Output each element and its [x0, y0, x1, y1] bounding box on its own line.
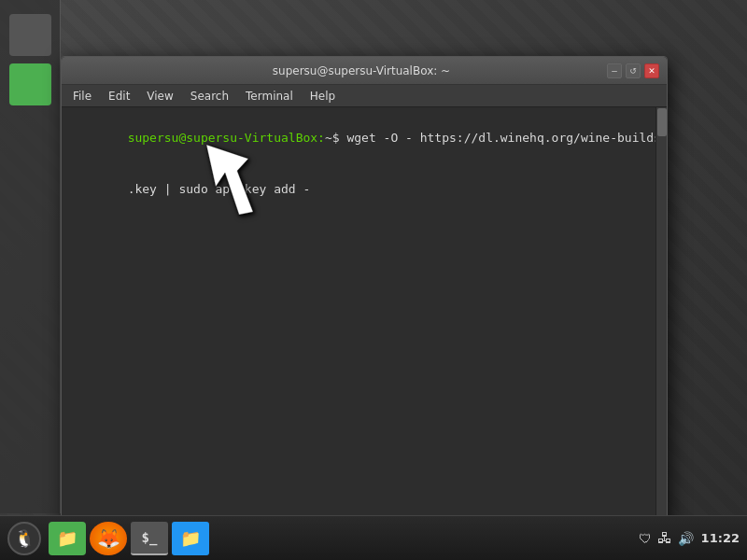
restore-button[interactable]: ↺	[626, 63, 641, 78]
title-bar: supersu@supersu-VirtualBox: ~ − ↺ ✕	[62, 57, 667, 85]
filemanager-icon: 📁	[180, 528, 201, 548]
menu-help[interactable]: Help	[303, 88, 343, 105]
desktop: supersu@supersu-VirtualBox: ~ − ↺ ✕ File…	[0, 0, 747, 560]
minimize-button[interactable]: −	[607, 63, 622, 78]
command-text: wget -O - https://dl.winehq.org/wine-bui…	[340, 131, 667, 145]
left-panel	[0, 0, 61, 513]
taskbar: 🐧 📁 🦊 $_ 📁 🛡 🖧 🔊 11:22	[0, 515, 747, 560]
terminal-line-2: .key | sudo apt-key add -	[69, 164, 659, 216]
terminal-icon: $_	[142, 530, 158, 545]
system-clock: 11:22	[701, 531, 740, 545]
terminal-window: supersu@supersu-VirtualBox: ~ − ↺ ✕ File…	[61, 56, 668, 532]
menu-edit[interactable]: Edit	[101, 88, 137, 105]
prompt-symbol: ~$	[325, 131, 340, 145]
taskbar-filemanager-button[interactable]: 📁	[172, 522, 209, 555]
shield-icon[interactable]: 🛡	[639, 531, 652, 546]
scrollbar[interactable]	[655, 107, 667, 531]
terminal-content[interactable]: supersu@supersu-VirtualBox:~$ wget -O - …	[62, 107, 667, 531]
command-continuation: .key | sudo apt-key add -	[128, 182, 311, 196]
volume-icon[interactable]: 🔊	[678, 531, 694, 546]
taskbar-apps: 📁 🦊 $_ 📁	[49, 522, 639, 555]
left-panel-green-item	[9, 63, 51, 105]
menu-search[interactable]: Search	[183, 88, 236, 105]
start-menu-button[interactable]: 🐧	[7, 522, 41, 555]
prompt-user: supersu@supersu-VirtualBox:	[128, 131, 325, 145]
menu-terminal[interactable]: Terminal	[238, 88, 301, 105]
left-panel-item	[9, 14, 51, 56]
taskbar-files-button[interactable]: 📁	[49, 522, 86, 555]
folder-icon: 📁	[57, 528, 78, 548]
scrollbar-thumb[interactable]	[657, 108, 667, 136]
terminal-line-1: supersu@supersu-VirtualBox:~$ wget -O - …	[69, 113, 659, 164]
mint-logo: 🐧	[14, 528, 35, 548]
sys-icons: 🛡 🖧 🔊	[639, 529, 694, 547]
menu-file[interactable]: File	[65, 88, 99, 105]
window-title: supersu@supersu-VirtualBox: ~	[116, 64, 607, 77]
taskbar-terminal-button[interactable]: $_	[131, 522, 168, 555]
system-tray: 🛡 🖧 🔊 11:22	[639, 529, 740, 547]
window-buttons: − ↺ ✕	[607, 63, 659, 78]
close-button[interactable]: ✕	[644, 63, 659, 78]
menu-bar: File Edit View Search Terminal Help	[62, 85, 667, 107]
network-icon[interactable]: 🖧	[657, 529, 672, 547]
firefox-icon: 🦊	[97, 527, 120, 550]
taskbar-firefox-button[interactable]: 🦊	[90, 522, 127, 555]
menu-view[interactable]: View	[139, 88, 180, 105]
